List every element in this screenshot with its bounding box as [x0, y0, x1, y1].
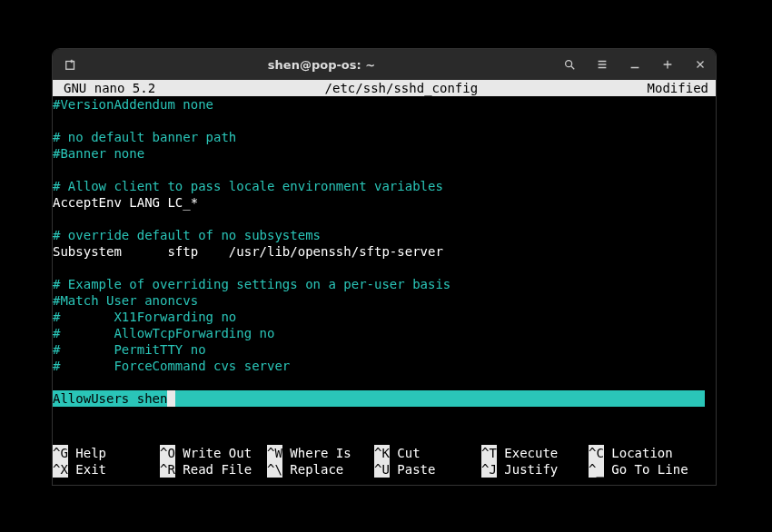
editor-line[interactable]: # PermitTTY no — [53, 341, 716, 358]
editor-line[interactable]: #Banner none — [53, 145, 716, 162]
minimize-icon[interactable] — [627, 56, 643, 73]
shortcut: ^K Cut — [374, 445, 481, 461]
maximize-icon[interactable] — [659, 56, 676, 73]
nano-filename: /etc/ssh/sshd_config — [155, 80, 647, 96]
shortcut-label: Location — [604, 445, 673, 461]
cursor-line[interactable]: AllowUsers shen — [53, 390, 716, 407]
editor-line[interactable]: # Example of overriding settings on a pe… — [53, 276, 716, 292]
shortcut-key: ^C — [589, 445, 604, 461]
shortcut: ^_ Go To Line — [589, 461, 716, 478]
terminal-window: shen@pop-os: ~ GNU nano 5.2 /etc/ssh/ssh… — [53, 49, 716, 485]
svg-rect-0 — [66, 62, 74, 70]
shortcut: ^O Write Out — [160, 445, 267, 461]
editor-line[interactable]: # AllowTcpForwarding no — [53, 325, 716, 341]
nano-header: GNU nano 5.2 /etc/ssh/sshd_config Modifi… — [53, 80, 716, 96]
titlebar[interactable]: shen@pop-os: ~ — [53, 49, 716, 80]
editor-line[interactable]: #Match User anoncvs — [53, 292, 716, 309]
editor-line[interactable] — [53, 211, 716, 227]
shortcut-label: Where Is — [282, 445, 351, 461]
shortcut: ^\ Replace — [267, 461, 374, 478]
editor-line[interactable] — [53, 260, 716, 276]
editor-line[interactable]: AcceptEnv LANG LC_* — [53, 194, 716, 211]
shortcut-label: Replace — [282, 461, 343, 478]
shortcut-label: Exit — [68, 461, 106, 478]
shortcut-key: ^K — [374, 445, 390, 461]
shortcut-key: ^R — [160, 461, 175, 478]
search-icon[interactable] — [561, 56, 578, 73]
shortcut-key: ^_ — [589, 461, 604, 478]
shortcut-key: ^O — [160, 445, 175, 461]
nano-status: Modified — [648, 80, 712, 96]
editor-line[interactable]: # override default of no subsystems — [53, 227, 716, 243]
shortcut-key: ^T — [481, 445, 497, 461]
shortcut: ^U Paste — [374, 461, 481, 478]
shortcut-key: ^\ — [267, 461, 282, 478]
new-tab-icon[interactable] — [63, 56, 79, 73]
terminal-content[interactable]: GNU nano 5.2 /etc/ssh/sshd_config Modifi… — [53, 80, 716, 485]
editor-line[interactable]: #VersionAddendum none — [53, 96, 716, 113]
shortcut: ^G Help — [53, 445, 160, 461]
window-title: shen@pop-os: ~ — [82, 58, 561, 72]
editor-line[interactable] — [53, 374, 716, 390]
shortcut: ^C Location — [589, 445, 716, 461]
shortcut-label: Justify — [497, 461, 558, 478]
nano-shortcuts: ^G Help^O Write Out^W Where Is^K Cut^T E… — [53, 445, 716, 478]
shortcut-label: Cut — [390, 445, 421, 461]
svg-point-3 — [566, 61, 572, 67]
shortcut: ^R Read File — [160, 461, 267, 478]
shortcut-label: Execute — [497, 445, 558, 461]
shortcut: ^X Exit — [53, 461, 160, 478]
shortcut-key: ^W — [267, 445, 282, 461]
shortcut-label: Read File — [175, 461, 252, 478]
editor-line[interactable]: # no default banner path — [53, 129, 716, 145]
shortcut-key: ^X — [53, 461, 68, 478]
editor-line[interactable]: # ForceCommand cvs server — [53, 358, 716, 374]
editor-line[interactable] — [53, 113, 716, 129]
shortcut-label: Write Out — [175, 445, 252, 461]
shortcut-key: ^U — [374, 461, 390, 478]
shortcut: ^W Where Is — [267, 445, 374, 461]
shortcut-key: ^G — [53, 445, 68, 461]
nano-app-name: GNU nano 5.2 — [56, 80, 155, 96]
cursor-line-text: AllowUsers shen — [53, 390, 167, 407]
editor-line[interactable]: # Allow client to pass locale environmen… — [53, 178, 716, 194]
editor-line[interactable] — [53, 162, 716, 178]
shortcut-label: Paste — [390, 461, 436, 478]
shortcut: ^J Justify — [481, 461, 589, 478]
editor-line[interactable]: # X11Forwarding no — [53, 309, 716, 325]
shortcut-key: ^J — [481, 461, 497, 478]
shortcut-label: Help — [68, 445, 106, 461]
shortcut-label: Go To Line — [604, 461, 688, 478]
editor-body[interactable]: #VersionAddendum none # no default banne… — [53, 96, 716, 390]
menu-icon[interactable] — [594, 56, 610, 73]
svg-line-4 — [571, 66, 575, 70]
close-icon[interactable] — [692, 56, 708, 73]
shortcut: ^T Execute — [481, 445, 589, 461]
cursor-block — [167, 390, 175, 407]
editor-line[interactable]: Subsystem sftp /usr/lib/openssh/sftp-ser… — [53, 243, 716, 260]
